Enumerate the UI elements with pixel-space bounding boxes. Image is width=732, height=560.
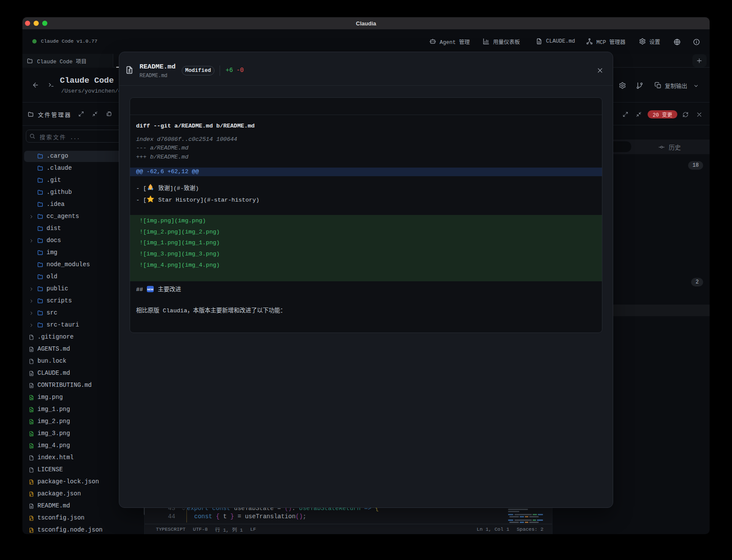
svg-text:NEW: NEW — [147, 288, 154, 291]
